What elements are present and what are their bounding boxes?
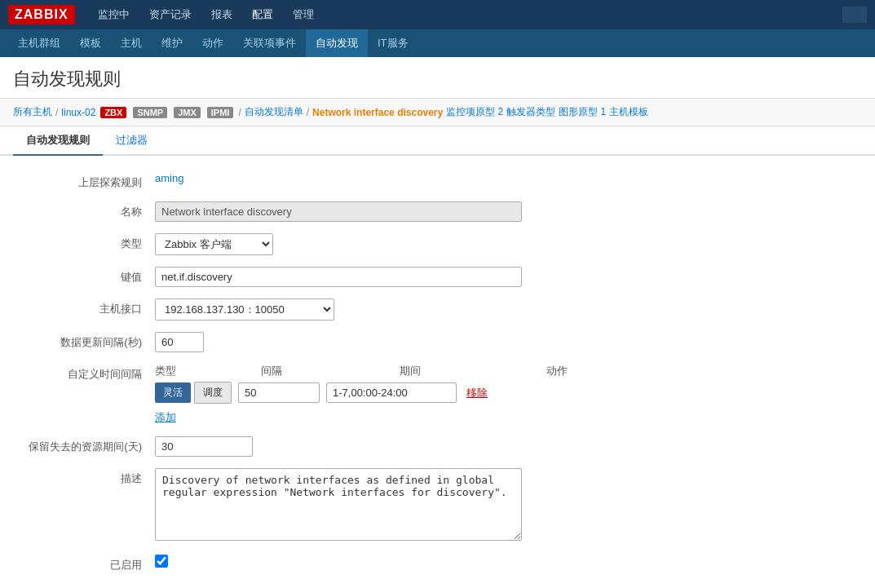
- breadcrumb-host-template[interactable]: 主机模板: [609, 105, 648, 119]
- name-label: 名称: [24, 201, 155, 219]
- subnav-auto-discovery[interactable]: 自动发现: [306, 29, 368, 57]
- host-interface-label: 主机接口: [24, 298, 155, 316]
- nav-assets[interactable]: 资产记录: [139, 0, 201, 29]
- form-row-type: 类型 Zabbix 客户端: [24, 233, 851, 255]
- subnav-maintenance[interactable]: 维护: [152, 29, 192, 57]
- enabled-label: 已启用: [24, 555, 155, 573]
- add-interval-button[interactable]: 添加: [155, 410, 176, 425]
- nav-monitoring[interactable]: 监控中: [88, 0, 139, 29]
- description-label: 描述: [24, 468, 155, 486]
- breadcrumb-sep4: /: [307, 107, 309, 118]
- btn-adjust[interactable]: 调度: [194, 382, 232, 404]
- logo-badge: ZABBIX: [8, 5, 75, 24]
- description-field: [155, 468, 851, 543]
- add-row-container: 添加: [155, 410, 851, 425]
- breadcrumb-badge-zbx[interactable]: ZBX: [100, 107, 126, 118]
- breadcrumb-trigger-type[interactable]: 触发器类型: [506, 105, 555, 119]
- interval-header: 类型 间隔 期间 动作: [155, 364, 851, 378]
- parent-rule-field: aming: [155, 172, 851, 184]
- key-field: [155, 267, 851, 287]
- breadcrumb-sep1: /: [55, 107, 58, 118]
- name-input[interactable]: [155, 201, 522, 222]
- subnav-templates[interactable]: 模板: [70, 29, 111, 57]
- top-right-area: [837, 7, 867, 23]
- update-interval-label: 数据更新间隔(秒): [24, 332, 155, 350]
- breadcrumb-badge-ipmi[interactable]: IPMI: [207, 107, 234, 118]
- tabs-bar: 自动发现规则 过滤器: [0, 126, 875, 156]
- form-row-host-interface: 主机接口 192.168.137.130：10050: [24, 298, 851, 321]
- main-content: 上层探索规则 aming 名称 类型 Zabbix 客户端 键值 主机接口 19…: [0, 156, 875, 588]
- interval-header-gap: 间隔: [261, 364, 400, 378]
- tab-discovery-rule[interactable]: 自动发现规则: [13, 126, 103, 156]
- top-nav-box: [842, 7, 867, 23]
- remove-link[interactable]: 移除: [466, 386, 488, 400]
- nav-config[interactable]: 配置: [242, 0, 283, 29]
- name-field: [155, 201, 851, 222]
- type-select[interactable]: Zabbix 客户端: [155, 233, 273, 255]
- key-label: 键值: [24, 267, 155, 285]
- description-textarea[interactable]: [155, 468, 522, 541]
- interval-gap-input[interactable]: [238, 382, 320, 403]
- type-label: 类型: [24, 233, 155, 251]
- enabled-field: [155, 555, 851, 570]
- form-row-custom-interval: 自定义时间间隔 类型 间隔 期间 动作 灵活 调度 移除 添加: [24, 364, 851, 425]
- sub-nav: 主机群组 模板 主机 维护 动作 关联项事件 自动发现 IT服务: [0, 29, 875, 57]
- subnav-hosts[interactable]: 主机: [111, 29, 152, 57]
- enabled-checkbox[interactable]: [155, 555, 168, 568]
- btn-flexible[interactable]: 灵活: [155, 382, 191, 403]
- interval-row-1: 灵活 调度 移除: [155, 382, 851, 404]
- key-input[interactable]: [155, 267, 522, 287]
- interval-header-type: 类型: [155, 364, 261, 378]
- breadcrumb-current: Network interface discovery: [312, 107, 443, 118]
- tab-filter[interactable]: 过滤器: [103, 126, 161, 156]
- host-interface-field: 192.168.137.130：10050: [155, 298, 851, 321]
- form-row-name: 名称: [24, 201, 851, 222]
- page-title: 自动发现规则: [13, 67, 862, 91]
- keep-lost-label: 保留失去的资源期间(天): [24, 436, 155, 454]
- breadcrumb-sep3: /: [238, 107, 241, 118]
- breadcrumb-bar: 所有主机 / linux-02 ZBX SNMP JMX IPMI / 自动发现…: [0, 99, 875, 126]
- update-interval-field: [155, 332, 851, 352]
- breadcrumb-badge-snmp[interactable]: SNMP: [133, 107, 167, 118]
- form-row-key: 键值: [24, 267, 851, 287]
- update-interval-input[interactable]: [155, 332, 204, 352]
- custom-interval-label: 自定义时间间隔: [24, 364, 155, 382]
- form-row-parent-rule: 上层探索规则 aming: [24, 172, 851, 190]
- subnav-it-services[interactable]: IT服务: [368, 29, 418, 57]
- breadcrumb-host[interactable]: linux-02: [61, 107, 95, 118]
- form-row-description: 描述: [24, 468, 851, 543]
- breadcrumb-badge-jmx[interactable]: JMX: [174, 107, 201, 118]
- breadcrumb-all-hosts[interactable]: 所有主机: [13, 105, 52, 119]
- type-field: Zabbix 客户端: [155, 233, 851, 255]
- parent-rule-link[interactable]: aming: [155, 172, 183, 184]
- nav-reports[interactable]: 报表: [201, 0, 242, 29]
- breadcrumb-graph-type[interactable]: 图形原型 1: [559, 105, 606, 119]
- keep-lost-input[interactable]: [155, 436, 253, 457]
- form-row-keep-lost: 保留失去的资源期间(天): [24, 436, 851, 457]
- interval-header-period: 期间: [400, 364, 546, 378]
- form-row-update-interval: 数据更新间隔(秒): [24, 332, 851, 352]
- host-interface-select[interactable]: 192.168.137.130：10050: [155, 298, 334, 321]
- top-nav: ZABBIX 监控中 资产记录 报表 配置 管理: [0, 0, 875, 29]
- action-row: 更新 克隆 删除 取消: [155, 584, 851, 588]
- interval-period-input[interactable]: [326, 382, 457, 403]
- form-row-enabled: 已启用: [24, 555, 851, 573]
- nav-admin[interactable]: 管理: [283, 0, 324, 29]
- interval-header-action: 动作: [546, 364, 568, 378]
- breadcrumb-item-type2[interactable]: 监控项原型 2: [446, 105, 503, 119]
- breadcrumb-discovery-list[interactable]: 自动发现清单: [245, 105, 303, 119]
- parent-rule-label: 上层探索规则: [24, 172, 155, 190]
- subnav-host-groups[interactable]: 主机群组: [8, 29, 70, 57]
- keep-lost-field: [155, 436, 851, 457]
- subnav-linked-events[interactable]: 关联项事件: [233, 29, 306, 57]
- custom-interval-field: 类型 间隔 期间 动作 灵活 调度 移除 添加: [155, 364, 851, 425]
- page-title-bar: 自动发现规则: [0, 57, 875, 99]
- subnav-actions[interactable]: 动作: [192, 29, 233, 57]
